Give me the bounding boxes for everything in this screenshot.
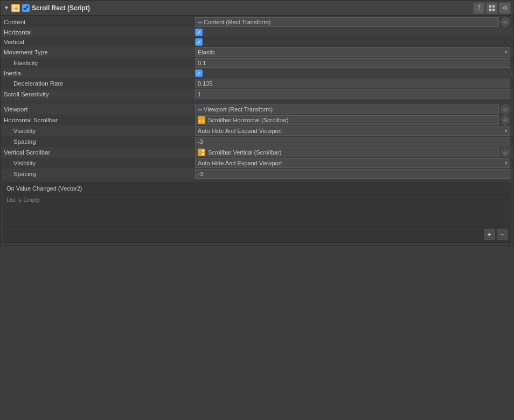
separator xyxy=(1,100,513,104)
h-visibility-dropdown[interactable]: Auto Hide And Expand Viewport ▾ xyxy=(195,126,510,136)
dropdown-arrow-icon: ▾ xyxy=(505,50,508,55)
horizontal-value xyxy=(195,29,510,36)
remove-event-button[interactable]: − xyxy=(497,229,508,240)
viewport-arrows-icon: ⇔ xyxy=(198,107,202,113)
horizontal-scrollbar-text: Scrollbar Horizontal (Scrollbar) xyxy=(208,117,289,123)
elasticity-text: 0.1 xyxy=(198,60,206,66)
content-ref-text: Content (Rect Transform) xyxy=(204,19,270,25)
v-spacing-field[interactable]: -3 xyxy=(195,169,510,179)
horizontal-scrollbar-row: Horizontal Scrollbar Scrollbar Horizonta… xyxy=(1,115,513,125)
elasticity-field[interactable]: 0.1 xyxy=(195,58,510,68)
viewport-ref[interactable]: ⇔ Viewport (Rect Transform) xyxy=(195,104,499,114)
svg-rect-0 xyxy=(13,5,18,11)
h-spacing-text: -3 xyxy=(198,138,203,145)
viewport-label: Viewport xyxy=(4,106,195,113)
h-visibility-label: Visibility xyxy=(4,128,195,134)
inertia-value xyxy=(195,69,510,77)
scroll-sensitivity-text: 1 xyxy=(198,91,201,97)
layout-button[interactable] xyxy=(487,3,497,13)
v-visibility-value: Auto Hide And Expand Viewport ▾ xyxy=(195,158,510,168)
v-spacing-value: -3 xyxy=(195,169,510,179)
vertical-checkbox[interactable] xyxy=(195,38,203,46)
inertia-checkbox[interactable] xyxy=(195,69,203,77)
viewport-circle-btn[interactable]: ◎ xyxy=(501,104,510,114)
vertical-scrollbar-row: Vertical Scrollbar Scrollbar Vertical (S… xyxy=(1,147,513,158)
component-body: Content ⇔ Content (Rect Transform) ◎ Hor… xyxy=(1,16,513,180)
horizontal-scrollbar-value: Scrollbar Horizontal (Scrollbar) ◎ xyxy=(195,115,510,125)
movement-type-text: Elastic xyxy=(198,49,215,55)
cross-arrows-icon: ⇔ xyxy=(198,19,202,25)
movement-type-label: Movement Type xyxy=(4,49,195,55)
events-header: On Value Changed (Vector2) xyxy=(3,183,511,194)
v-visibility-text: Auto Hide And Expand Viewport xyxy=(198,160,282,166)
svg-rect-8 xyxy=(200,121,203,122)
settings-button[interactable]: ⚙ xyxy=(499,3,510,13)
v-spacing-text: -3 xyxy=(198,171,203,177)
header-buttons: ? ⚙ xyxy=(474,3,510,13)
viewport-row: Viewport ⇔ Viewport (Rect Transform) ◎ xyxy=(1,104,513,115)
events-empty-text: List is Empty xyxy=(6,197,40,203)
component-enabled-checkbox[interactable] xyxy=(22,4,30,12)
horizontal-scrollbar-circle-btn[interactable]: ◎ xyxy=(501,115,510,125)
component-title: Scroll Rect (Script) xyxy=(32,4,471,12)
help-button[interactable]: ? xyxy=(474,3,484,13)
inertia-label: Inertia xyxy=(4,70,195,76)
events-body: List is Empty xyxy=(3,194,511,227)
svg-rect-3 xyxy=(489,5,491,8)
v-visibility-dropdown[interactable]: Auto Hide And Expand Viewport ▾ xyxy=(195,158,510,168)
svg-rect-6 xyxy=(492,9,495,11)
movement-type-dropdown[interactable]: Elastic ▾ xyxy=(195,47,510,57)
scrollbar-v-icon xyxy=(198,149,205,156)
horizontal-label: Horizontal xyxy=(4,29,195,36)
deceleration-rate-text: 0.135 xyxy=(198,80,213,87)
vertical-scrollbar-text: Scrollbar Vertical (Scrollbar) xyxy=(208,149,281,156)
scroll-rect-panel: ▼ Scroll Rect (Script) ? ⚙ xyxy=(0,0,514,246)
h-spacing-value: -3 xyxy=(195,137,510,146)
component-icon xyxy=(11,4,20,12)
scroll-sensitivity-field[interactable]: 1 xyxy=(195,89,510,99)
content-ref[interactable]: ⇔ Content (Rect Transform) xyxy=(195,17,499,27)
content-value: ⇔ Content (Rect Transform) ◎ xyxy=(195,17,510,27)
elasticity-value: 0.1 xyxy=(195,58,510,68)
collapse-arrow[interactable]: ▼ xyxy=(4,5,9,11)
v-visibility-label: Visibility xyxy=(4,160,195,166)
elasticity-label: Elasticity xyxy=(4,60,195,66)
h-spacing-label: Spacing xyxy=(4,138,195,145)
h-spacing-row: Spacing -3 xyxy=(1,136,513,147)
svg-rect-10 xyxy=(202,151,204,153)
v-spacing-label: Spacing xyxy=(4,171,195,177)
inertia-row: Inertia xyxy=(1,68,513,78)
viewport-ref-text: Viewport (Rect Transform) xyxy=(204,106,273,113)
scrollbar-h-icon xyxy=(198,116,205,124)
vertical-scrollbar-label: Vertical Scrollbar xyxy=(4,149,195,156)
horizontal-scrollbar-ref[interactable]: Scrollbar Horizontal (Scrollbar) xyxy=(195,115,499,125)
movement-type-value: Elastic ▾ xyxy=(195,47,510,57)
h-visibility-value: Auto Hide And Expand Viewport ▾ xyxy=(195,126,510,136)
deceleration-rate-row: Deceleration Rate 0.135 xyxy=(1,78,513,89)
movement-type-row: Movement Type Elastic ▾ xyxy=(1,47,513,58)
v-visibility-arrow-icon: ▾ xyxy=(505,160,508,166)
scroll-sensitivity-label: Scroll Sensitivity xyxy=(4,91,195,97)
h-visibility-text: Auto Hide And Expand Viewport xyxy=(198,128,282,134)
vertical-label: Vertical xyxy=(4,39,195,45)
component-header: ▼ Scroll Rect (Script) ? ⚙ xyxy=(1,1,513,16)
add-event-button[interactable]: + xyxy=(484,229,495,240)
vertical-scrollbar-ref[interactable]: Scrollbar Vertical (Scrollbar) xyxy=(195,148,499,157)
vertical-value xyxy=(195,38,510,46)
elasticity-row: Elasticity 0.1 xyxy=(1,58,513,68)
deceleration-rate-field[interactable]: 0.135 xyxy=(195,79,510,88)
horizontal-row: Horizontal xyxy=(1,27,513,37)
content-label: Content xyxy=(4,19,195,25)
scroll-sensitivity-row: Scroll Sensitivity 1 xyxy=(1,89,513,100)
events-section: On Value Changed (Vector2) List is Empty… xyxy=(3,183,511,243)
deceleration-rate-value: 0.135 xyxy=(195,79,510,88)
content-circle-btn[interactable]: ◎ xyxy=(501,17,510,27)
h-spacing-field[interactable]: -3 xyxy=(195,137,510,146)
svg-rect-5 xyxy=(489,9,491,11)
content-row: Content ⇔ Content (Rect Transform) ◎ xyxy=(1,17,513,27)
vertical-scrollbar-circle-btn[interactable]: ◎ xyxy=(501,148,510,157)
horizontal-checkbox[interactable] xyxy=(195,29,203,36)
events-footer: + − xyxy=(3,227,511,242)
h-visibility-arrow-icon: ▾ xyxy=(505,128,508,134)
h-visibility-row: Visibility Auto Hide And Expand Viewport… xyxy=(1,125,513,136)
